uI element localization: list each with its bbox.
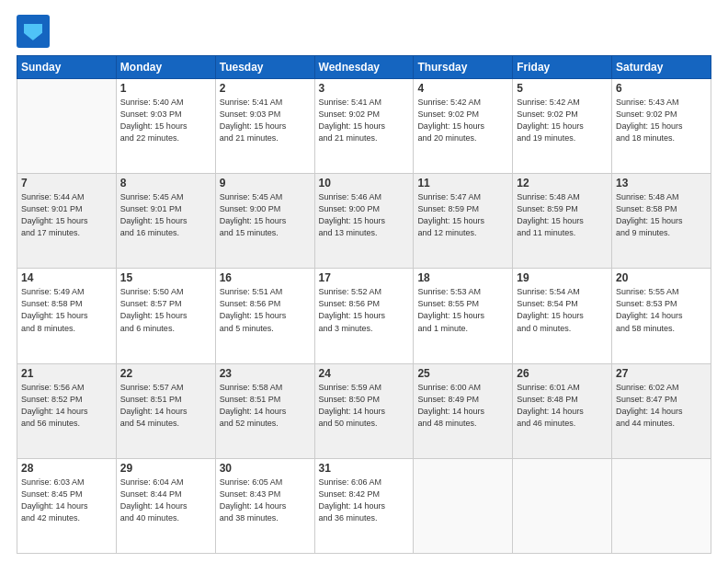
day-number: 17 <box>319 271 410 284</box>
calendar-cell: 24Sunrise: 5:59 AM Sunset: 8:50 PM Dayli… <box>314 363 414 458</box>
weekday-header: Monday <box>116 56 215 79</box>
calendar-cell: 21Sunrise: 5:56 AM Sunset: 8:52 PM Dayli… <box>17 363 117 458</box>
day-info: Sunrise: 6:01 AM Sunset: 8:48 PM Dayligh… <box>517 382 608 430</box>
weekday-header: Tuesday <box>215 56 314 79</box>
weekday-header: Wednesday <box>314 56 414 79</box>
calendar-cell: 25Sunrise: 6:00 AM Sunset: 8:49 PM Dayli… <box>414 363 513 458</box>
day-number: 13 <box>616 177 707 190</box>
calendar-cell: 23Sunrise: 5:58 AM Sunset: 8:51 PM Dayli… <box>215 363 314 458</box>
calendar-cell: 19Sunrise: 5:54 AM Sunset: 8:54 PM Dayli… <box>513 269 612 363</box>
day-info: Sunrise: 5:57 AM Sunset: 8:51 PM Dayligh… <box>120 382 211 430</box>
day-number: 21 <box>21 367 112 380</box>
calendar-cell: 6Sunrise: 5:43 AM Sunset: 9:02 PM Daylig… <box>612 79 711 174</box>
day-info: Sunrise: 5:52 AM Sunset: 8:56 PM Dayligh… <box>319 286 410 334</box>
calendar-cell: 17Sunrise: 5:52 AM Sunset: 8:56 PM Dayli… <box>314 269 414 363</box>
calendar-cell: 2Sunrise: 5:41 AM Sunset: 9:03 PM Daylig… <box>215 79 314 174</box>
day-info: Sunrise: 6:05 AM Sunset: 8:43 PM Dayligh… <box>220 477 311 524</box>
weekday-header: Sunday <box>17 56 117 79</box>
day-number: 30 <box>220 462 311 475</box>
day-number: 8 <box>120 177 211 190</box>
calendar-cell: 9Sunrise: 5:45 AM Sunset: 9:00 PM Daylig… <box>215 174 314 269</box>
day-info: Sunrise: 5:54 AM Sunset: 8:54 PM Dayligh… <box>517 286 608 334</box>
day-info: Sunrise: 5:56 AM Sunset: 8:52 PM Dayligh… <box>21 382 112 430</box>
header <box>17 15 711 48</box>
calendar-week-row: 21Sunrise: 5:56 AM Sunset: 8:52 PM Dayli… <box>17 363 711 458</box>
day-number: 12 <box>517 177 608 190</box>
day-info: Sunrise: 6:00 AM Sunset: 8:49 PM Dayligh… <box>417 382 508 430</box>
calendar-week-row: 14Sunrise: 5:49 AM Sunset: 8:58 PM Dayli… <box>17 269 711 363</box>
day-info: Sunrise: 5:40 AM Sunset: 9:03 PM Dayligh… <box>120 97 211 144</box>
calendar-cell: 5Sunrise: 5:42 AM Sunset: 9:02 PM Daylig… <box>513 79 612 174</box>
day-number: 16 <box>220 271 311 284</box>
day-info: Sunrise: 5:49 AM Sunset: 8:58 PM Dayligh… <box>21 286 112 334</box>
day-info: Sunrise: 5:43 AM Sunset: 9:02 PM Dayligh… <box>616 97 707 144</box>
calendar-cell: 4Sunrise: 5:42 AM Sunset: 9:02 PM Daylig… <box>414 79 513 174</box>
calendar-cell: 12Sunrise: 5:48 AM Sunset: 8:59 PM Dayli… <box>513 174 612 269</box>
day-info: Sunrise: 5:51 AM Sunset: 8:56 PM Dayligh… <box>220 286 311 334</box>
day-info: Sunrise: 5:45 AM Sunset: 9:01 PM Dayligh… <box>120 191 211 239</box>
calendar-cell: 18Sunrise: 5:53 AM Sunset: 8:55 PM Dayli… <box>414 269 513 363</box>
day-info: Sunrise: 5:53 AM Sunset: 8:55 PM Dayligh… <box>417 286 508 334</box>
day-number: 14 <box>21 271 112 284</box>
day-number: 23 <box>220 367 311 380</box>
day-info: Sunrise: 5:48 AM Sunset: 8:59 PM Dayligh… <box>517 191 608 239</box>
weekday-header: Thursday <box>414 56 513 79</box>
day-number: 22 <box>120 367 211 380</box>
calendar-cell: 27Sunrise: 6:02 AM Sunset: 8:47 PM Dayli… <box>612 363 711 458</box>
calendar-cell: 20Sunrise: 5:55 AM Sunset: 8:53 PM Dayli… <box>612 269 711 363</box>
day-info: Sunrise: 5:46 AM Sunset: 9:00 PM Dayligh… <box>319 191 410 239</box>
page: SundayMondayTuesdayWednesdayThursdayFrid… <box>0 0 728 563</box>
day-info: Sunrise: 5:44 AM Sunset: 9:01 PM Dayligh… <box>21 191 112 239</box>
day-info: Sunrise: 6:02 AM Sunset: 8:47 PM Dayligh… <box>616 382 707 430</box>
weekday-header: Friday <box>513 56 612 79</box>
day-number: 4 <box>417 82 508 95</box>
day-number: 10 <box>319 177 410 190</box>
logo <box>17 15 53 48</box>
logo-icon <box>17 15 50 48</box>
day-number: 6 <box>616 82 707 95</box>
calendar-cell: 11Sunrise: 5:47 AM Sunset: 8:59 PM Dayli… <box>414 174 513 269</box>
day-info: Sunrise: 5:48 AM Sunset: 8:58 PM Dayligh… <box>616 191 707 239</box>
day-number: 1 <box>120 82 211 95</box>
calendar-cell: 28Sunrise: 6:03 AM Sunset: 8:45 PM Dayli… <box>17 458 117 553</box>
calendar-week-row: 28Sunrise: 6:03 AM Sunset: 8:45 PM Dayli… <box>17 458 711 553</box>
day-info: Sunrise: 5:58 AM Sunset: 8:51 PM Dayligh… <box>220 382 311 430</box>
calendar-header-row: SundayMondayTuesdayWednesdayThursdayFrid… <box>17 56 711 79</box>
calendar: SundayMondayTuesdayWednesdayThursdayFrid… <box>17 55 711 554</box>
day-number: 2 <box>220 82 311 95</box>
calendar-cell: 14Sunrise: 5:49 AM Sunset: 8:58 PM Dayli… <box>17 269 117 363</box>
calendar-cell <box>414 458 513 553</box>
day-number: 28 <box>21 462 112 475</box>
day-number: 29 <box>120 462 211 475</box>
calendar-cell: 13Sunrise: 5:48 AM Sunset: 8:58 PM Dayli… <box>612 174 711 269</box>
day-number: 11 <box>417 177 508 190</box>
day-number: 15 <box>120 271 211 284</box>
calendar-cell: 16Sunrise: 5:51 AM Sunset: 8:56 PM Dayli… <box>215 269 314 363</box>
day-info: Sunrise: 5:45 AM Sunset: 9:00 PM Dayligh… <box>220 191 311 239</box>
day-info: Sunrise: 5:59 AM Sunset: 8:50 PM Dayligh… <box>319 382 410 430</box>
day-number: 26 <box>517 367 608 380</box>
day-number: 20 <box>616 271 707 284</box>
calendar-cell: 22Sunrise: 5:57 AM Sunset: 8:51 PM Dayli… <box>116 363 215 458</box>
day-number: 25 <box>417 367 508 380</box>
calendar-week-row: 1Sunrise: 5:40 AM Sunset: 9:03 PM Daylig… <box>17 79 711 174</box>
weekday-header: Saturday <box>612 56 711 79</box>
day-number: 18 <box>417 271 508 284</box>
day-number: 31 <box>319 462 410 475</box>
day-number: 24 <box>319 367 410 380</box>
calendar-cell <box>513 458 612 553</box>
day-info: Sunrise: 5:41 AM Sunset: 9:03 PM Dayligh… <box>220 97 311 144</box>
calendar-cell: 29Sunrise: 6:04 AM Sunset: 8:44 PM Dayli… <box>116 458 215 553</box>
calendar-cell: 30Sunrise: 6:05 AM Sunset: 8:43 PM Dayli… <box>215 458 314 553</box>
day-number: 27 <box>616 367 707 380</box>
calendar-cell: 31Sunrise: 6:06 AM Sunset: 8:42 PM Dayli… <box>314 458 414 553</box>
day-number: 19 <box>517 271 608 284</box>
day-info: Sunrise: 5:41 AM Sunset: 9:02 PM Dayligh… <box>319 97 410 144</box>
day-info: Sunrise: 5:42 AM Sunset: 9:02 PM Dayligh… <box>417 97 508 144</box>
day-number: 5 <box>517 82 608 95</box>
day-info: Sunrise: 5:55 AM Sunset: 8:53 PM Dayligh… <box>616 286 707 334</box>
day-info: Sunrise: 5:47 AM Sunset: 8:59 PM Dayligh… <box>417 191 508 239</box>
calendar-cell: 7Sunrise: 5:44 AM Sunset: 9:01 PM Daylig… <box>17 174 117 269</box>
day-number: 9 <box>220 177 311 190</box>
calendar-cell: 1Sunrise: 5:40 AM Sunset: 9:03 PM Daylig… <box>116 79 215 174</box>
